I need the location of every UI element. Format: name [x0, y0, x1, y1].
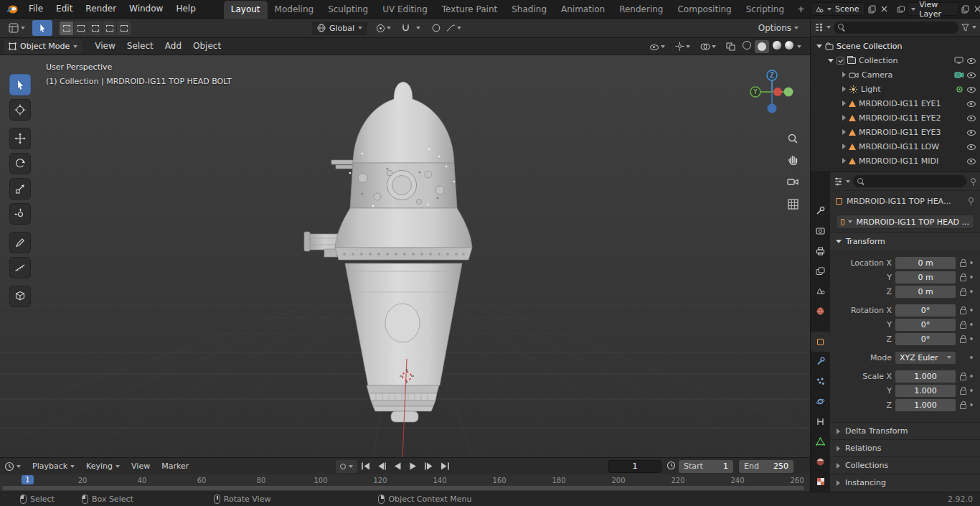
current-frame-field[interactable]: 1: [608, 460, 661, 473]
jump-to-start-button[interactable]: [359, 460, 373, 473]
lock-icon[interactable]: [959, 335, 966, 343]
tool-annotate[interactable]: [9, 232, 31, 253]
menu-render[interactable]: Render: [79, 0, 123, 18]
lock-icon[interactable]: [959, 306, 966, 314]
outliner-row-mesh[interactable]: MRDROID-IG11 EYE2: [811, 111, 980, 125]
zoom-button[interactable]: [786, 131, 800, 146]
disclosure-icon[interactable]: [842, 72, 846, 78]
outliner-row-mesh[interactable]: MRDROID-IG11 LOW: [811, 139, 980, 154]
animate-dot-icon[interactable]: [970, 276, 973, 278]
disclosure-icon[interactable]: [828, 59, 834, 62]
outliner-row-mesh[interactable]: MRDROID-IG11 MIDI: [811, 154, 980, 168]
rotation-mode-dropdown[interactable]: XYZ Euler: [895, 352, 956, 364]
tab-rendering[interactable]: Rendering: [612, 1, 670, 19]
rotation-y-field[interactable]: 0°: [895, 319, 956, 331]
frame-end-field[interactable]: End 250: [739, 460, 793, 473]
pin-icon[interactable]: [969, 177, 976, 186]
tab-render[interactable]: [811, 221, 830, 241]
properties-search-input[interactable]: [867, 177, 962, 185]
panel-relations[interactable]: Relations: [830, 439, 980, 456]
animate-dot-icon[interactable]: [970, 290, 973, 293]
overlays-dropdown[interactable]: [697, 39, 719, 53]
active-tool-button[interactable]: [32, 20, 52, 36]
animate-dot-icon[interactable]: [970, 403, 973, 406]
menu-view[interactable]: View: [89, 38, 121, 55]
tool-select-box[interactable]: [9, 74, 31, 95]
screen-icon[interactable]: [954, 57, 963, 64]
animate-dot-icon[interactable]: [970, 389, 973, 392]
chevron-down-icon[interactable]: [972, 26, 976, 29]
panel-delta-transform[interactable]: Delta Transform: [830, 422, 980, 439]
object-name-field[interactable]: MRDROID-IG11 TOP HEAD ...: [836, 215, 974, 229]
tab-object-properties[interactable]: [811, 332, 830, 352]
tab-view-layer[interactable]: [811, 261, 830, 281]
location-z-field[interactable]: 0 m: [895, 286, 956, 298]
tab-particles[interactable]: [811, 372, 830, 392]
outliner-row-collection[interactable]: Collection: [811, 53, 980, 67]
menu-help[interactable]: Help: [169, 0, 202, 18]
proportional-editing-toggle[interactable]: [429, 22, 443, 35]
remove-view-layer-button[interactable]: [972, 2, 980, 16]
animate-dot-icon[interactable]: [970, 323, 973, 326]
lock-icon[interactable]: [959, 288, 966, 296]
menu-edit[interactable]: Edit: [50, 0, 79, 18]
gizmo-z-neg-axis[interactable]: [768, 104, 777, 113]
disclosure-icon[interactable]: [842, 129, 846, 135]
playhead[interactable]: 1: [22, 475, 34, 484]
marker-menu[interactable]: Marker: [156, 462, 194, 471]
rotation-z-field[interactable]: 0°: [895, 333, 956, 345]
view-menu[interactable]: View: [126, 462, 156, 471]
tab-texture-paint[interactable]: Texture Paint: [435, 1, 504, 19]
shading-solid-button[interactable]: [755, 40, 769, 53]
tab-modeling[interactable]: Modeling: [268, 1, 321, 19]
gizmo-y-neg-axis[interactable]: [784, 88, 793, 97]
gizmos-dropdown[interactable]: [672, 39, 693, 53]
disclosure-icon[interactable]: [816, 44, 822, 48]
tab-world[interactable]: [811, 301, 830, 321]
timeline-scrollbar[interactable]: [2, 486, 804, 490]
tool-scale[interactable]: [9, 178, 31, 200]
outliner-row-mesh[interactable]: MRDROID-IG11 EYE1: [811, 96, 980, 111]
tab-object-data[interactable]: [811, 431, 830, 451]
lock-icon[interactable]: [959, 373, 966, 380]
animate-dot-icon[interactable]: [970, 337, 973, 340]
tool-cursor[interactable]: [9, 99, 31, 121]
tab-layout[interactable]: Layout: [224, 1, 268, 19]
orthographic-toggle-button[interactable]: [786, 197, 800, 211]
add-workspace-button[interactable]: +: [791, 1, 811, 19]
tab-sculpting[interactable]: Sculpting: [321, 1, 375, 19]
tool-measure[interactable]: [9, 257, 31, 278]
menu-window[interactable]: Window: [123, 0, 169, 18]
properties-editor-icon[interactable]: [834, 177, 843, 186]
pin-toggle[interactable]: [967, 197, 974, 205]
animate-dot-icon[interactable]: [970, 309, 973, 311]
tab-constraints[interactable]: [811, 412, 830, 432]
snap-settings-dropdown[interactable]: [413, 22, 423, 35]
visibility-dropdown[interactable]: [646, 39, 668, 53]
editor-type-button[interactable]: [6, 23, 28, 33]
unlink-scene-button[interactable]: [879, 2, 889, 16]
auto-key-button[interactable]: [336, 460, 357, 473]
chevron-down-icon[interactable]: [826, 26, 831, 29]
tab-tool[interactable]: [811, 201, 830, 221]
pan-hand-button[interactable]: [786, 152, 800, 167]
jump-to-end-button[interactable]: [438, 460, 452, 473]
scale-y-field[interactable]: 1.000: [895, 385, 956, 397]
tab-scripting[interactable]: Scripting: [739, 1, 791, 19]
tab-shading[interactable]: Shading: [504, 1, 554, 19]
disclosure-icon[interactable]: [842, 86, 846, 92]
outliner-search[interactable]: [834, 22, 958, 34]
lock-icon[interactable]: [959, 273, 966, 281]
tab-physics[interactable]: [811, 392, 830, 412]
animate-dot-icon[interactable]: [970, 261, 973, 264]
disclosure-icon[interactable]: [842, 100, 846, 106]
lock-icon[interactable]: [959, 387, 966, 395]
tool-move[interactable]: [9, 128, 31, 149]
camera-data-icon[interactable]: [954, 71, 963, 79]
tool-add-cube[interactable]: [9, 286, 31, 307]
menu-select[interactable]: Select: [121, 38, 159, 55]
transform-orientation-dropdown[interactable]: Global: [312, 22, 367, 35]
shading-material-button[interactable]: [773, 41, 781, 52]
timeline-editor-icon[interactable]: [4, 462, 14, 472]
tab-scene[interactable]: [811, 281, 830, 301]
